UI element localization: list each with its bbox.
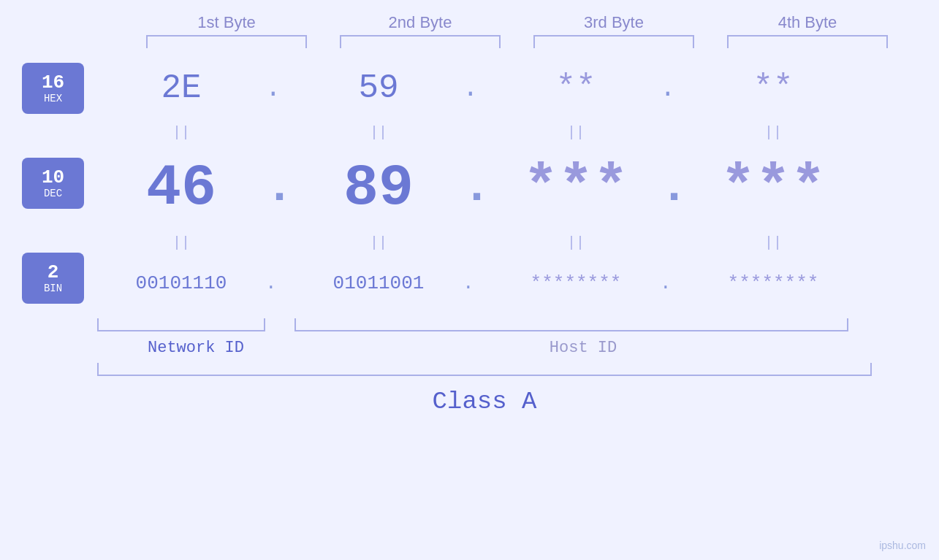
- dot-hex-3: .: [660, 74, 689, 104]
- dec-byte-3: ***: [492, 155, 660, 221]
- sep-row-2: || || || ||: [97, 234, 872, 251]
- hex-badge: 16 HEX: [22, 63, 84, 114]
- hex-byte-2: 59: [294, 69, 463, 107]
- main-container: 1st Byte 2nd Byte 3rd Byte 4th Byte 16 H…: [0, 0, 939, 560]
- class-label: Class A: [97, 388, 872, 415]
- outer-bottom-bracket: [97, 363, 872, 376]
- sep-1-3: ||: [492, 124, 660, 141]
- dot-hex-1: .: [265, 74, 294, 104]
- dec-byte-4: ***: [689, 155, 857, 221]
- dot-dec-2: .: [463, 161, 492, 215]
- sep-2-1: ||: [97, 234, 265, 251]
- dot-hex-2: .: [463, 74, 492, 104]
- network-id-bracket-area: [97, 318, 294, 331]
- sep-2-2: ||: [294, 234, 463, 251]
- network-id-label: Network ID: [97, 339, 294, 357]
- hex-byte-4: **: [689, 69, 857, 107]
- dec-badge: 10 DEC: [22, 158, 84, 209]
- dot-bin-3: .: [660, 272, 689, 294]
- hex-byte-3: **: [492, 69, 660, 107]
- bin-row: 00101110 . 01011001 . ******** . *******…: [97, 254, 872, 312]
- sep-1-1: ||: [97, 124, 265, 141]
- bracket-3: [533, 35, 694, 48]
- dot-dec-1: .: [265, 161, 294, 215]
- sep-1-2: ||: [294, 124, 463, 141]
- host-bracket: [294, 318, 848, 331]
- dec-row: 46 . 89 . *** . ***: [97, 144, 872, 231]
- host-id-bracket-area: [294, 318, 872, 331]
- bin-byte-1: 00101110: [97, 272, 265, 294]
- bin-byte-2: 01011001: [294, 272, 463, 294]
- bin-badge: 2 BIN: [22, 253, 84, 304]
- col-header-3: 3rd Byte: [533, 13, 694, 32]
- column-headers: 1st Byte 2nd Byte 3rd Byte 4th Byte: [130, 13, 905, 32]
- top-brackets: [130, 35, 905, 48]
- bracket-4: [727, 35, 888, 48]
- watermark: ipshu.com: [879, 540, 926, 551]
- bracket-2: [340, 35, 501, 48]
- dot-dec-3: .: [660, 161, 689, 215]
- sep-row-1: || || || ||: [97, 124, 872, 141]
- bracket-1: [146, 35, 307, 48]
- sep-1-4: ||: [689, 124, 857, 141]
- col-header-4: 4th Byte: [727, 13, 888, 32]
- dec-byte-2: 89: [294, 155, 463, 221]
- base-badges-col: 16 HEX 10 DEC 2 BIN: [22, 63, 84, 415]
- id-labels-row: Network ID Host ID: [97, 339, 872, 357]
- dec-byte-1: 46: [97, 155, 265, 221]
- col-header-1: 1st Byte: [146, 13, 307, 32]
- col-header-2: 2nd Byte: [340, 13, 501, 32]
- sep-2-4: ||: [689, 234, 857, 251]
- sep-2-3: ||: [492, 234, 660, 251]
- hex-byte-1: 2E: [97, 69, 265, 107]
- network-bracket: [97, 318, 265, 331]
- bin-byte-4: ********: [689, 272, 857, 294]
- host-id-label: Host ID: [294, 339, 872, 357]
- dot-bin-2: .: [463, 272, 492, 294]
- hex-row: 2E . 59 . ** . **: [97, 55, 872, 121]
- bin-byte-3: ********: [492, 272, 660, 294]
- dot-bin-1: .: [265, 272, 294, 294]
